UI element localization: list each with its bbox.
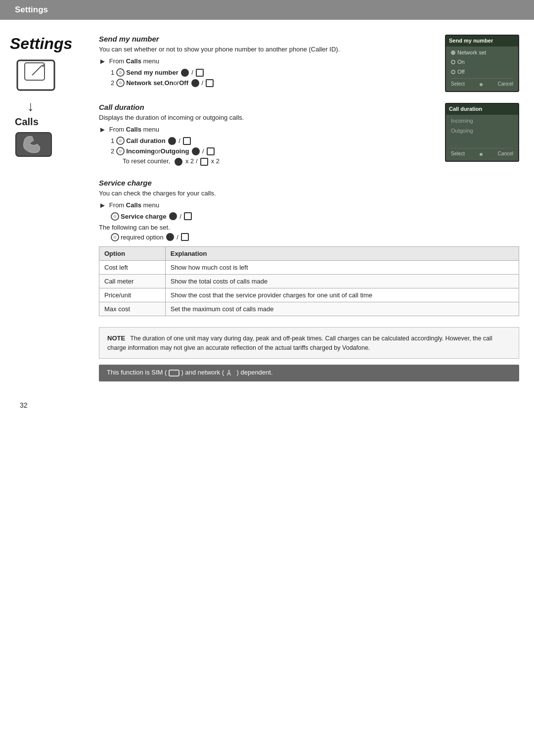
page-title: Settings	[10, 35, 72, 53]
call-duration-step1: 1 ⊙ Call duration /	[111, 137, 435, 145]
screen-item-network-set: Network set	[451, 48, 513, 57]
page-number: 32	[0, 396, 534, 414]
call-duration-step2: 2 ⊙ Incoming or Outgoing /	[111, 147, 435, 155]
options-table: Option Explanation Cost left Show how mu…	[99, 246, 519, 316]
radio-empty-icon-off	[451, 70, 455, 74]
sq-btn-3	[183, 137, 191, 145]
explanation-cost-left: Show how much cost is left	[165, 260, 519, 274]
screen-item-outgoing: Outgoing	[451, 127, 513, 136]
screen-select-label-2: Select	[451, 150, 465, 158]
reset-counter-note: To reset counter, x 2 / x 2	[123, 157, 435, 166]
page-content: Settings ↓ Calls	[0, 20, 534, 396]
select-dot-icon	[480, 83, 483, 86]
option-max-cost: Max cost	[99, 302, 166, 316]
send-my-number-title: Send my number	[99, 35, 435, 43]
send-number-screen: Send my number Network set On Off	[445, 35, 519, 92]
send-my-number-desc: You can set whether or not to show your …	[99, 46, 435, 53]
explanation-call-meter: Show the total costs of calls made	[165, 274, 519, 288]
sq-btn-7	[181, 233, 189, 241]
send-number-step1: 1 ⊙ Send my number /	[111, 68, 435, 77]
service-charge-title: Service charge	[99, 179, 519, 187]
calls-label: Calls	[15, 116, 39, 128]
send-number-screen-title: Send my number	[446, 36, 518, 47]
service-charge-from-calls: ► From Calls menu	[99, 201, 519, 209]
option-cost-left: Cost left	[99, 260, 166, 274]
down-arrow-icon: ↓	[27, 98, 34, 114]
screen-footer-send: Select Cancel	[451, 78, 513, 88]
explanation-max-cost: Set the maximum cost of calls made	[165, 302, 519, 316]
screen-item-off: Off	[451, 68, 513, 77]
radio-empty-icon-on	[451, 60, 455, 64]
send-my-number-section: Send my number You can set whether or no…	[99, 35, 519, 92]
screen-footer-call-duration: Select Cancel	[451, 148, 513, 158]
network-icon: Ã	[226, 369, 235, 378]
nav-icon-2: ⊙	[116, 79, 125, 87]
required-option-text: required option	[121, 234, 164, 241]
screen-item-on: On	[451, 58, 513, 67]
sim-note: This function is SIM ( ) and network ( Ã…	[99, 365, 519, 381]
call-duration-screen-title: Call duration	[446, 104, 518, 115]
table-header-explanation: Explanation	[165, 246, 519, 260]
header-bar: Settings	[0, 0, 534, 20]
note-box: NOTE The duration of one unit may vary d…	[99, 327, 519, 359]
sq-btn-4	[207, 147, 215, 155]
select-dot-icon-2	[480, 153, 483, 156]
nav-icon-4: ⊙	[116, 147, 125, 155]
call-duration-desc: Displays the duration of incoming or out…	[99, 114, 435, 121]
sim-icon	[169, 370, 179, 377]
ok-btn-6	[169, 212, 177, 220]
note-text: The duration of one unit may vary during…	[107, 335, 492, 351]
explanation-price-unit: Show the cost that the service provider …	[165, 288, 519, 302]
phone-icon-bottom	[15, 132, 54, 160]
sq-btn-2	[206, 79, 214, 87]
option-call-meter: Call meter	[99, 274, 166, 288]
svg-rect-0	[17, 60, 54, 90]
sq-btn-1	[196, 69, 204, 77]
screen-cancel-label: Cancel	[498, 80, 513, 88]
ok-btn-7	[166, 233, 174, 241]
send-number-step2: 2 ⊙ Network set, On or Off /	[111, 79, 435, 87]
service-charge-step2: ⊙ required option /	[111, 233, 519, 241]
nav-icon-1: ⊙	[116, 68, 125, 77]
ok-btn-5	[175, 158, 182, 166]
svg-rect-5	[169, 370, 179, 376]
call-duration-title: Call duration	[99, 103, 435, 111]
ok-btn-3	[168, 137, 176, 145]
nav-icon-3: ⊙	[116, 137, 125, 145]
following-text: The following can be set.	[99, 224, 519, 231]
option-price-unit: Price/unit	[99, 288, 166, 302]
screen-item-incoming: Incoming	[451, 117, 513, 126]
call-duration-from-calls: ► From Calls menu	[99, 125, 435, 134]
nav-icon-5: ⊙	[111, 212, 119, 221]
call-duration-section: Call duration Displays the duration of i…	[99, 103, 519, 168]
note-label: NOTE	[107, 334, 125, 342]
ok-btn-1	[181, 69, 189, 77]
service-charge-desc: You can check the charges for your calls…	[99, 189, 519, 197]
arrow-right-icon-2: ►	[99, 125, 106, 134]
arrow-right-icon: ►	[99, 57, 106, 65]
screen-select-label: Select	[451, 80, 465, 88]
sq-btn-5	[200, 158, 208, 166]
svg-text:Ã: Ã	[227, 370, 231, 377]
phone-handset-icon	[15, 132, 54, 159]
table-row: Max cost Set the maximum cost of calls m…	[99, 302, 519, 316]
call-duration-screen: Call duration Incoming Outgoing Select C…	[445, 103, 519, 162]
table-row: Call meter Show the total costs of calls…	[99, 274, 519, 288]
svg-line-2	[32, 65, 42, 75]
ok-btn-2	[191, 79, 199, 87]
service-charge-step1: ⊙ Service charge /	[111, 212, 519, 221]
arrow-right-icon-3: ►	[99, 201, 106, 209]
ok-btn-4	[192, 147, 200, 155]
service-charge-section: Service charge You can check the charges…	[99, 179, 519, 316]
sq-btn-6	[184, 212, 192, 220]
table-row: Price/unit Show the cost that the servic…	[99, 288, 519, 302]
send-number-from-calls: ► From Calls menu	[99, 57, 435, 65]
radio-filled-icon	[451, 50, 455, 55]
screen-cancel-label-2: Cancel	[498, 150, 513, 158]
main-content: Send my number You can set whether or no…	[89, 35, 519, 381]
table-row: Cost left Show how much cost is left	[99, 260, 519, 274]
header-title: Settings	[15, 5, 48, 14]
left-sidebar: Settings ↓ Calls	[10, 35, 89, 381]
table-header-option: Option	[99, 246, 166, 260]
nav-icon-6: ⊙	[111, 233, 119, 241]
